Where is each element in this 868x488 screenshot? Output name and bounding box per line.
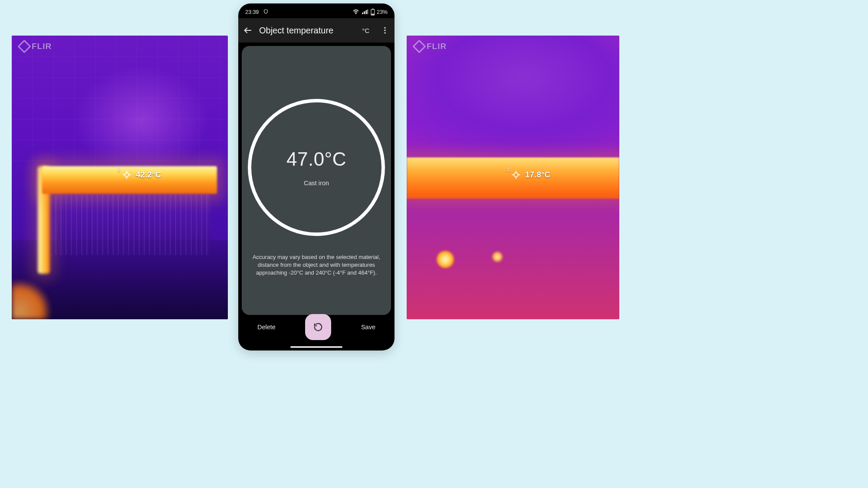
flir-text: FLIR — [427, 42, 447, 51]
spot-marker: 1 42.2°C — [115, 170, 161, 180]
delete-button[interactable]: Delete — [255, 319, 278, 335]
temperature-ring: 47.0°C Cast iron — [248, 99, 385, 236]
unit-toggle-button[interactable]: °C — [358, 23, 374, 38]
gesture-home-bar[interactable] — [290, 346, 342, 348]
battery-percent: 23% — [377, 9, 388, 15]
spot-index: 1 — [118, 167, 120, 172]
app-title: Object temperature — [259, 26, 352, 36]
svg-point-16 — [384, 32, 385, 33]
thermal-image-left: FLIR 1 42.2°C — [12, 36, 228, 319]
save-button[interactable]: Save — [358, 319, 378, 335]
status-time: 23:39 — [245, 9, 259, 15]
refresh-icon — [313, 322, 323, 332]
material-label[interactable]: Cast iron — [304, 180, 329, 187]
flir-watermark: FLIR — [20, 42, 52, 51]
spot-marker: 1 17.8°C — [504, 170, 550, 180]
svg-point-0 — [125, 173, 129, 177]
reading-card: 47.0°C Cast iron Accuracy may vary based… — [242, 46, 391, 315]
phone-frame: 23:39 — [238, 3, 395, 350]
back-button[interactable] — [243, 25, 253, 36]
thermal-image-right: FLIR 1 17.8°C — [407, 36, 619, 319]
overflow-menu-button[interactable] — [380, 25, 390, 36]
svg-rect-12 — [372, 14, 374, 15]
flir-watermark: FLIR — [414, 42, 447, 51]
svg-point-5 — [514, 173, 518, 177]
spot-reading: 42.2°C — [136, 170, 161, 180]
spot-index: 1 — [507, 167, 510, 172]
refresh-button[interactable] — [305, 314, 331, 340]
svg-rect-11 — [372, 9, 373, 10]
flir-diamond-icon — [17, 39, 31, 53]
svg-point-14 — [384, 27, 385, 29]
action-row: Delete Save — [238, 314, 395, 340]
crosshair-icon — [122, 170, 132, 180]
spot-reading: 17.8°C — [525, 170, 550, 180]
svg-point-15 — [384, 29, 385, 31]
canvas: FLIR 1 42.2°C FLIR 1 — [0, 0, 868, 488]
app-bar: Object temperature °C — [238, 18, 395, 43]
unit-label: °C — [362, 27, 370, 34]
radiator-shape — [55, 194, 211, 255]
cell-signal-icon — [362, 9, 368, 16]
privacy-shield-icon — [263, 8, 269, 16]
temperature-value: 47.0°C — [286, 148, 346, 170]
flir-diamond-icon — [412, 39, 426, 53]
lamp-glow — [437, 251, 454, 268]
battery-status: 23% — [371, 9, 388, 16]
status-bar: 23:39 — [238, 3, 395, 18]
page-crop-fade — [625, 0, 868, 488]
accuracy-disclaimer: Accuracy may vary based on the selected … — [250, 253, 383, 277]
wifi-icon — [352, 9, 359, 16]
corner-glow — [12, 280, 51, 319]
flir-text: FLIR — [32, 42, 52, 51]
battery-icon — [371, 9, 375, 16]
crosshair-icon — [511, 170, 521, 180]
